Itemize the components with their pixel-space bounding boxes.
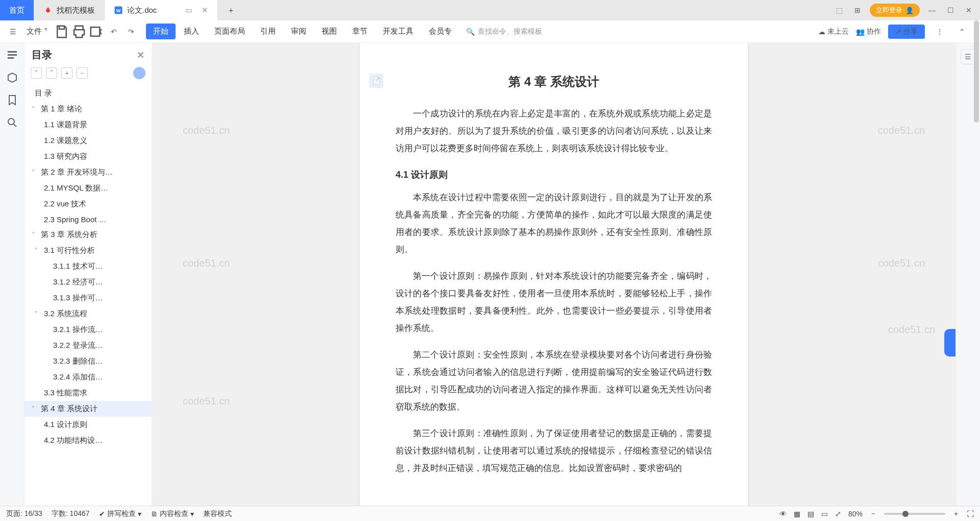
- toc-item-label: 3.3 性能需求: [44, 388, 87, 398]
- collaborate-button[interactable]: 👥协作: [856, 27, 881, 36]
- toc-item[interactable]: 2.2 vue 技术: [24, 196, 152, 212]
- chevron-down-icon: ˅: [32, 231, 39, 239]
- ribbon: ☰ 文件 ˅ ↶ ↷ 开始 插入 页面布局 引用 审阅 视图 章节 开发工具 会…: [0, 20, 980, 43]
- close-icon[interactable]: ✕: [137, 50, 144, 61]
- more-icon[interactable]: ⋮: [932, 24, 947, 39]
- word-count[interactable]: 字数: 10467: [52, 509, 90, 518]
- file-menu[interactable]: 文件 ˅: [22, 25, 52, 38]
- redo-icon[interactable]: ↷: [124, 24, 139, 39]
- apps-icon[interactable]: ⊞: [851, 4, 864, 16]
- toc-item[interactable]: 3.1.2 经济可…: [24, 274, 152, 290]
- toc-item[interactable]: 1.2 课题意义: [24, 133, 152, 149]
- menu-tab-insert[interactable]: 插入: [177, 23, 206, 39]
- toc-item[interactable]: 3.1.3 操作可…: [24, 290, 152, 306]
- search-icon[interactable]: [6, 116, 18, 129]
- new-tab-button[interactable]: ＋: [218, 0, 244, 20]
- flame-icon: [43, 6, 53, 15]
- toc-item[interactable]: 2.1 MYSQL 数据…: [24, 180, 152, 196]
- toc-item-label: 1.3 研究内容: [44, 152, 87, 161]
- collapse-all-button[interactable]: ˅: [31, 67, 42, 79]
- toc-item-label: 第 3 章 系统分析: [41, 230, 97, 240]
- menu-tab-view[interactable]: 视图: [314, 23, 344, 39]
- tab-home[interactable]: 首页: [0, 0, 34, 20]
- minimize-button[interactable]: —: [926, 4, 938, 16]
- tab-document[interactable]: W 论文.doc ▭ ✕: [105, 0, 218, 20]
- toc-item[interactable]: 3.2.4 添加信…: [24, 369, 152, 385]
- hamburger-icon[interactable]: ☰: [5, 24, 20, 39]
- spellcheck-button[interactable]: ✔拼写检查 ▾: [99, 509, 141, 518]
- cloud-status[interactable]: ☁未上云: [818, 27, 849, 36]
- page-layout-icon[interactable]: ▦: [794, 510, 800, 518]
- print-icon[interactable]: [71, 24, 87, 39]
- toc-item[interactable]: ˅第 4 章 系统设计: [24, 401, 152, 417]
- page-indicator[interactable]: 页面: 16/33: [6, 509, 42, 518]
- content-check-button[interactable]: 🗎内容检查 ▾: [151, 509, 194, 518]
- login-button[interactable]: 立即登录 👤: [870, 4, 920, 17]
- toc-item[interactable]: ˅第 2 章 开发环境与…: [24, 164, 152, 180]
- outline-icon[interactable]: [6, 49, 18, 61]
- toc-item[interactable]: ˅第 1 章 绪论: [24, 101, 152, 117]
- zoom-slider[interactable]: [884, 513, 945, 515]
- bookmark-icon[interactable]: [6, 94, 18, 106]
- side-handle[interactable]: [944, 329, 955, 357]
- close-button[interactable]: ✕: [963, 4, 975, 16]
- outline-view-icon[interactable]: ▭: [821, 510, 828, 518]
- toc-item[interactable]: 1.3 研究内容: [24, 149, 152, 164]
- reading-view-icon[interactable]: 👁: [779, 510, 787, 518]
- toc-item[interactable]: 3.3 性能需求: [24, 385, 152, 401]
- toc-item[interactable]: 3.2.2 登录流…: [24, 338, 152, 353]
- save-icon[interactable]: [54, 24, 69, 39]
- toc-item[interactable]: 4.2 功能结构设…: [24, 433, 152, 448]
- slider-thumb[interactable]: [902, 511, 909, 517]
- expand-all-button[interactable]: ˄: [46, 67, 57, 79]
- menu-tab-start[interactable]: 开始: [146, 23, 176, 39]
- settings-icon[interactable]: ☰: [961, 49, 976, 64]
- paragraph-action-icon[interactable]: 📄: [369, 74, 383, 88]
- zoom-value[interactable]: 80%: [848, 510, 863, 518]
- toc-item[interactable]: 目 录: [24, 85, 152, 101]
- preview-icon[interactable]: [89, 24, 104, 39]
- add-button[interactable]: ＋: [61, 67, 72, 79]
- toc-item[interactable]: 1.1 课题背景: [24, 117, 152, 133]
- collapse-ribbon-icon[interactable]: ⌃: [954, 24, 970, 39]
- fullscreen-icon[interactable]: ⛶: [967, 510, 974, 518]
- web-layout-icon[interactable]: ▤: [807, 510, 814, 518]
- maximize-button[interactable]: ☐: [944, 4, 957, 16]
- menu-tab-review[interactable]: 审阅: [284, 23, 313, 39]
- toc-item[interactable]: 3.2.3 删除信…: [24, 353, 152, 369]
- toc-item[interactable]: 4.1 设计原则: [24, 417, 152, 433]
- remove-button[interactable]: －: [77, 67, 88, 79]
- menu-tab-chapter[interactable]: 章节: [345, 23, 375, 39]
- layout-icon[interactable]: ⬚: [833, 4, 845, 16]
- menu-tab-layout[interactable]: 页面布局: [207, 23, 252, 39]
- scrollbar[interactable]: [974, 43, 979, 123]
- menu-tab-member[interactable]: 会员专: [422, 23, 459, 39]
- chat-icon[interactable]: [133, 67, 145, 79]
- document-area[interactable]: code51.cn code51.cn code51.cn code51.cn …: [152, 43, 955, 506]
- compat-mode[interactable]: 兼容模式: [203, 509, 232, 518]
- share-button[interactable]: ↗分享: [888, 25, 925, 39]
- toc-item[interactable]: ˅3.1 可行性分析: [24, 243, 152, 258]
- zoom-out-button[interactable]: －: [870, 509, 877, 518]
- menu-tab-reference[interactable]: 引用: [253, 23, 283, 39]
- zoom-in-button[interactable]: ＋: [952, 509, 960, 518]
- toc-item[interactable]: ˅第 3 章 系统分析: [24, 227, 152, 243]
- toc-item[interactable]: ˅3.2 系统流程: [24, 306, 152, 322]
- watermark: code51.cn: [878, 125, 925, 136]
- fit-width-icon[interactable]: ⤢: [835, 510, 841, 518]
- undo-icon[interactable]: ↶: [106, 24, 121, 39]
- toc-list[interactable]: 目 录˅第 1 章 绪论1.1 课题背景1.2 课题意义1.3 研究内容˅第 2…: [24, 83, 152, 506]
- toc-item[interactable]: 2.3 Spring Boot …: [24, 212, 152, 227]
- toc-item[interactable]: 3.1.1 技术可…: [24, 258, 152, 274]
- right-rail: ☰: [955, 43, 980, 506]
- menu-tab-dev[interactable]: 开发工具: [376, 23, 421, 39]
- paragraph: 本系统在设计过程中需要依照一定的设计原则进行，目的就是为了让开发的系统具备高质量…: [396, 189, 712, 258]
- box-icon[interactable]: [6, 72, 18, 84]
- watermark: code51.cn: [888, 324, 935, 336]
- tab-split-icon[interactable]: ▭: [185, 6, 192, 15]
- close-icon[interactable]: ✕: [202, 6, 208, 15]
- tab-template[interactable]: 找稻壳模板: [34, 0, 105, 20]
- svg-rect-2: [8, 51, 17, 53]
- toc-item[interactable]: 3.2.1 操作流…: [24, 322, 152, 338]
- search-input[interactable]: 🔍 查找命令、搜索模板: [461, 25, 563, 38]
